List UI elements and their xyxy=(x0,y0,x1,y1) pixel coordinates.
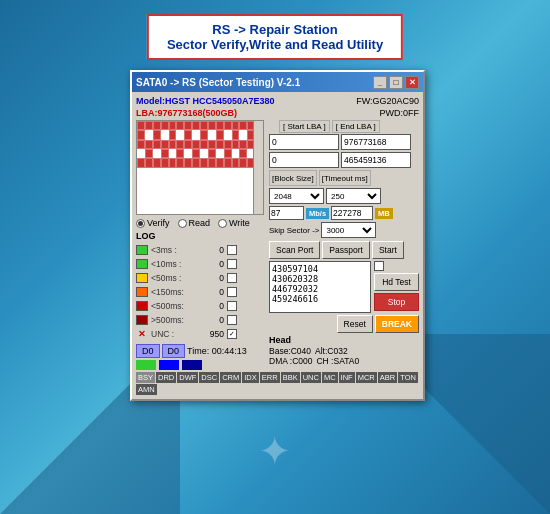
end-lba2-input[interactable] xyxy=(341,152,411,168)
sector-cell xyxy=(224,158,232,167)
break-button[interactable]: BREAK xyxy=(375,315,419,333)
speed-row: Mb/s MB xyxy=(269,206,419,220)
write-label: Write xyxy=(229,218,250,228)
log-value-50ms: 0 xyxy=(199,273,224,283)
log-section: LOG <3ms : 0 <10ms : 0 xyxy=(136,231,266,341)
write-radio[interactable]: Write xyxy=(218,218,250,228)
reset-button[interactable]: Reset xyxy=(337,315,373,333)
sector-cell xyxy=(232,140,240,149)
flag-bbk: BBK xyxy=(281,372,300,383)
map-scrollbar[interactable] xyxy=(253,121,263,214)
sector-cell xyxy=(216,158,224,167)
model-info-row: Model:HGST HCC545050A7E380 FW:GG20AC90 xyxy=(136,96,419,106)
log-checkbox-gt500ms[interactable] xyxy=(227,315,237,325)
speed-input[interactable] xyxy=(269,206,304,220)
sector-cell xyxy=(239,140,247,149)
sector-cell xyxy=(137,130,145,139)
bottom-bar: D0 D0 Time: 00:44:13 xyxy=(136,344,266,358)
verify-radio[interactable]: Verify xyxy=(136,218,170,228)
log-line-2: 430620328 xyxy=(272,274,368,284)
d0-button-2[interactable]: D0 xyxy=(162,344,186,358)
sector-cell xyxy=(224,121,232,130)
log-line-3: 446792032 xyxy=(272,284,368,294)
sector-cell xyxy=(192,121,200,130)
d0-button-1[interactable]: D0 xyxy=(136,344,160,358)
flag-crm: CRM xyxy=(220,372,241,383)
time-value: 00:44:13 xyxy=(212,346,247,356)
sector-cell xyxy=(216,149,224,158)
head-dma: DMA :C000 xyxy=(269,356,312,366)
start-lba2-input[interactable] xyxy=(269,152,339,168)
flag-mcr: MCR xyxy=(356,372,377,383)
color-square-green xyxy=(136,360,156,370)
maximize-button[interactable]: □ xyxy=(389,76,403,89)
lba-row-2 xyxy=(269,152,419,168)
log-checkbox-500ms[interactable] xyxy=(227,301,237,311)
log-label-500ms: <500ms: xyxy=(151,301,196,311)
log-checkbox-3ms[interactable] xyxy=(227,245,237,255)
log-value-10ms: 0 xyxy=(199,259,224,269)
sector-cell xyxy=(153,130,161,139)
sector-cell xyxy=(169,149,177,158)
start-button[interactable]: Start xyxy=(372,241,404,259)
skip-sector-select[interactable]: 3000 xyxy=(321,222,376,238)
log-row-50ms: <50ms : 0 xyxy=(136,271,266,285)
lba-label: LBA:976773168(500GB) xyxy=(136,108,237,118)
log-checkbox-10ms[interactable] xyxy=(227,259,237,269)
model-label: Model:HGST HCC545050A7E380 xyxy=(136,96,275,106)
log-label-50ms: <50ms : xyxy=(151,273,196,283)
skip-sector-label: Skip Sector -> xyxy=(269,226,319,235)
block-timeout-inputs: 2048 250 xyxy=(269,188,419,204)
hdtest-button[interactable]: Hd Test xyxy=(374,273,419,291)
block-size-select[interactable]: 2048 xyxy=(269,188,324,204)
log-output: 430597104 430620328 446792032 459246616 xyxy=(269,261,371,313)
reset-break-row: Reset BREAK xyxy=(269,315,419,333)
log-label-unc: UNC : xyxy=(151,329,196,339)
sector-cell xyxy=(208,158,216,167)
sector-cell xyxy=(184,158,192,167)
flag-ton: TON xyxy=(398,372,418,383)
log-label-gt500ms: >500ms: xyxy=(151,315,196,325)
close-button[interactable]: ✕ xyxy=(405,76,419,89)
sector-cell xyxy=(224,149,232,158)
sector-cell xyxy=(176,130,184,139)
verify-label: Verify xyxy=(147,218,170,228)
sector-cell xyxy=(208,130,216,139)
read-radio[interactable]: Read xyxy=(178,218,211,228)
timeout-select[interactable]: 250 xyxy=(326,188,381,204)
flag-dsc: DSC xyxy=(199,372,219,383)
scan-port-button[interactable]: Scan Port xyxy=(269,241,320,259)
sector-cell xyxy=(153,149,161,158)
sector-cell xyxy=(161,121,169,130)
color-square-blue xyxy=(159,360,179,370)
sector-cell xyxy=(176,121,184,130)
log-checkbox-150ms[interactable] xyxy=(227,287,237,297)
head-info-row: Base:C040 Alt:C032 xyxy=(269,346,419,356)
sector-cell xyxy=(192,130,200,139)
sector-cell xyxy=(161,140,169,149)
log-label-3ms: <3ms : xyxy=(151,245,196,255)
log-row-500ms: <500ms: 0 xyxy=(136,299,266,313)
head-base: Base:C040 xyxy=(269,346,311,356)
sector-cell xyxy=(161,158,169,167)
log-row-gt500ms: >500ms: 0 xyxy=(136,313,266,327)
start-lba-input[interactable] xyxy=(269,134,339,150)
stop-button[interactable]: Stop xyxy=(374,293,419,311)
end-lba-input[interactable] xyxy=(341,134,411,150)
log-checkbox-unc[interactable]: ✓ xyxy=(227,329,237,339)
radio-group: Verify Read Write xyxy=(136,218,266,228)
sector-cell xyxy=(161,149,169,158)
sector-cell xyxy=(208,140,216,149)
minimize-button[interactable]: _ xyxy=(373,76,387,89)
sector-cell xyxy=(145,121,153,130)
sector-cell xyxy=(239,149,247,158)
mb-input[interactable] xyxy=(331,206,373,220)
unc-x-icon: ✕ xyxy=(136,329,148,339)
log-color-10ms xyxy=(136,259,148,269)
window-title: SATA0 -> RS (Sector Testing) V-2.1 xyxy=(136,77,300,88)
passport-button[interactable]: Passport xyxy=(322,241,370,259)
log-checkbox-50ms[interactable] xyxy=(227,273,237,283)
start-lba-header: [ Start LBA ] xyxy=(279,120,330,133)
read-radio-indicator xyxy=(178,219,187,228)
log-color-150ms xyxy=(136,287,148,297)
